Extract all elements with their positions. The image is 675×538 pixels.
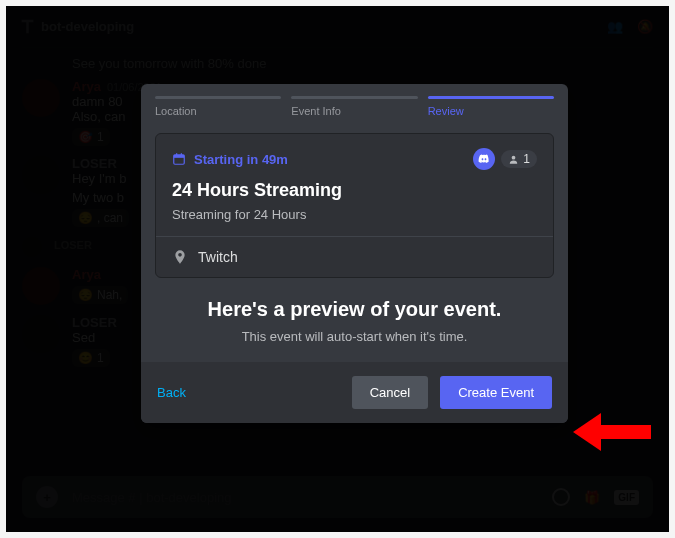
event-preview-card: Starting in 49m 1 24 Hours Streaming Str…: [155, 133, 554, 278]
tab-event-info[interactable]: Event Info: [291, 96, 417, 117]
calendar-icon: [172, 152, 186, 166]
svg-point-4: [512, 155, 516, 159]
preview-heading: Here's a preview of your event.: [141, 298, 568, 321]
create-event-button[interactable]: Create Event: [440, 376, 552, 409]
discord-icon: [473, 148, 495, 170]
location-pin-icon: [172, 249, 188, 265]
tab-review[interactable]: Review: [428, 96, 554, 117]
create-event-modal: Location Event Info Review Starting in 4: [141, 84, 568, 423]
preview-subtext: This event will auto-start when it's tim…: [141, 329, 568, 344]
tab-location[interactable]: Location: [155, 96, 281, 117]
event-description: Streaming for 24 Hours: [172, 207, 537, 222]
person-icon: [508, 154, 519, 165]
svg-rect-2: [176, 153, 177, 156]
event-title: 24 Hours Streaming: [172, 180, 537, 201]
cancel-button[interactable]: Cancel: [352, 376, 428, 409]
svg-rect-3: [181, 153, 182, 156]
event-start-time: Starting in 49m: [172, 152, 288, 167]
event-location: Twitch: [198, 249, 238, 265]
wizard-tabs: Location Event Info Review: [141, 84, 568, 125]
modal-footer: Back Cancel Create Event: [141, 362, 568, 423]
svg-rect-1: [174, 155, 185, 158]
interested-count: 1: [501, 150, 537, 168]
back-button[interactable]: Back: [157, 385, 186, 400]
event-location-row: Twitch: [156, 237, 553, 277]
